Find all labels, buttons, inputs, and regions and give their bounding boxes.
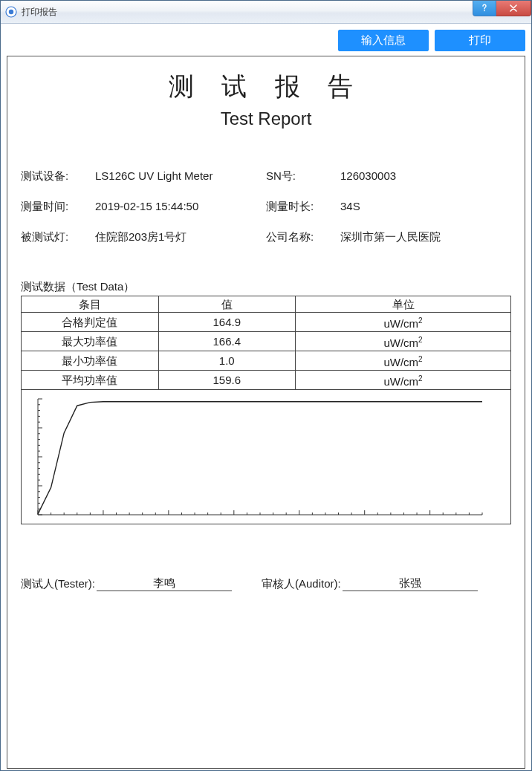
cell-item: 最大功率值: [22, 332, 159, 351]
col-value: 值: [158, 296, 296, 313]
help-button[interactable]: [473, 1, 496, 16]
auditor-value: 张强: [343, 576, 478, 591]
cell-unit: uW/cm2: [296, 351, 511, 371]
toolbar: 输入信息 打印: [7, 30, 525, 51]
test-data-table: 条目 值 单位 合格判定值 164.9 uW/cm2 最大功率值 166.4 u…: [21, 296, 511, 390]
table-row: 最小功率值 1.0 uW/cm2: [22, 351, 511, 371]
cell-value: 159.6: [158, 371, 296, 390]
sn-label: SN号:: [266, 169, 333, 183]
info-grid: 测试设备: LS126C UV Light Meter SN号: 1260300…: [21, 169, 511, 244]
tester-label: 测试人(Tester):: [21, 577, 95, 591]
cell-value: 166.4: [158, 332, 296, 351]
cell-unit: uW/cm2: [296, 313, 511, 332]
table-row: 最大功率值 166.4 uW/cm2: [22, 332, 511, 351]
print-button[interactable]: 打印: [435, 30, 525, 51]
company-value: 深圳市第一人民医院: [340, 230, 511, 244]
app-icon: [5, 6, 17, 18]
table-row: 平均功率值 159.6 uW/cm2: [22, 371, 511, 390]
signatures: 测试人(Tester): 李鸣 审核人(Auditor): 张强: [21, 576, 511, 591]
duration-label: 测量时长:: [266, 200, 333, 214]
auditor-label: 审核人(Auditor):: [262, 577, 341, 591]
cell-unit: uW/cm2: [296, 332, 511, 351]
client-area: 输入信息 打印 测 试 报 告 Test Report 测试设备: LS126C…: [1, 24, 531, 771]
duration-value: 34S: [340, 200, 511, 214]
cell-item: 合格判定值: [22, 313, 159, 332]
col-unit: 单位: [296, 296, 511, 313]
test-data-label: 测试数据（Test Data）: [21, 280, 511, 294]
device-label: 测试设备:: [21, 169, 88, 183]
cell-value: 164.9: [158, 313, 296, 332]
report-title-cn: 测 试 报 告: [21, 70, 511, 104]
print-report-window: 打印报告 输入信息 打印 测 试 报 告 Test Repor: [0, 0, 532, 771]
input-info-button[interactable]: 输入信息: [338, 30, 429, 51]
table-header-row: 条目 值 单位: [22, 296, 511, 313]
cell-item: 最小功率值: [22, 351, 159, 371]
cell-value: 1.0: [158, 351, 296, 371]
lamp-value: 住院部203房1号灯: [95, 230, 259, 244]
time-label: 测量时间:: [21, 200, 88, 214]
tester-value: 李鸣: [97, 576, 232, 591]
cell-unit: uW/cm2: [296, 371, 511, 390]
line-chart: [27, 394, 488, 519]
chart-area: [21, 389, 511, 524]
company-label: 公司名称:: [266, 230, 333, 244]
close-button[interactable]: [496, 1, 531, 16]
time-value: 2019-02-15 15:44:50: [95, 200, 259, 214]
sn-value: 126030003: [340, 169, 511, 183]
window-controls: [473, 1, 531, 16]
table-row: 合格判定值 164.9 uW/cm2: [22, 313, 511, 332]
report-frame: 测 试 报 告 Test Report 测试设备: LS126C UV Ligh…: [7, 56, 525, 769]
lamp-label: 被测试灯:: [21, 230, 88, 244]
device-value: LS126C UV Light Meter: [95, 169, 259, 183]
svg-point-2: [484, 10, 485, 11]
col-item: 条目: [22, 296, 159, 313]
svg-point-1: [9, 10, 13, 14]
titlebar: 打印报告: [1, 1, 531, 24]
report-title-en: Test Report: [21, 108, 511, 129]
cell-item: 平均功率值: [22, 371, 159, 390]
window-title: 打印报告: [22, 6, 57, 19]
